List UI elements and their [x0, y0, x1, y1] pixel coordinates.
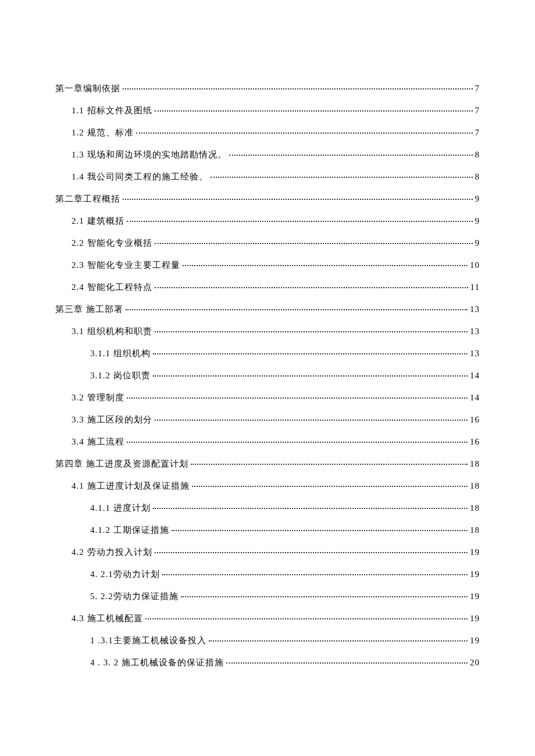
toc-page-number: 13 — [470, 346, 480, 360]
toc-leader-dots — [153, 508, 468, 509]
toc-label: 4.1.2 工期保证措施 — [90, 523, 169, 537]
toc-page-number: 18 — [470, 501, 480, 515]
toc-page-number: 19 — [470, 567, 480, 581]
toc-label: 2.3 智能化专业主要工程量 — [72, 258, 180, 272]
toc-page-number: 20 — [470, 655, 480, 669]
toc-leader-dots — [123, 199, 473, 200]
toc-label: 4.2 劳动力投入计划 — [72, 545, 152, 559]
toc-page-number: 19 — [470, 545, 480, 559]
toc-leader-dots — [191, 464, 468, 465]
toc-entry: 3.4 施工流程16 — [55, 435, 480, 449]
toc-label: 4.3 施工机械配置 — [72, 611, 143, 625]
toc-page-number: 19 — [470, 611, 480, 625]
toc-leader-dots — [183, 265, 468, 266]
toc-label: 3.1 组织机构和职责 — [72, 324, 152, 338]
toc-page-number: 16 — [470, 413, 480, 427]
toc-page-number: 13 — [470, 302, 480, 316]
toc-entry: 4.1.2 工期保证措施18 — [55, 523, 480, 537]
toc-entry: 3.1 组织机构和职责13 — [55, 324, 480, 338]
toc-label: 2.2 智能化专业概括 — [72, 236, 152, 250]
toc-page-number: 8 — [475, 170, 480, 184]
toc-page-number: 9 — [475, 192, 480, 206]
toc-leader-dots — [155, 420, 468, 421]
toc-entry: 第二章工程概括9 — [55, 192, 480, 206]
toc-entry: 3.2 管理制度14 — [55, 390, 480, 404]
toc-label: 1.4 我公司同类工程的施工经验。 — [72, 170, 208, 184]
toc-leader-dots — [153, 353, 468, 354]
toc-entry: 1.4 我公司同类工程的施工经验。8 — [55, 170, 480, 184]
toc-page-number: 9 — [475, 214, 480, 228]
toc-label: 第一章编制依据 — [55, 81, 120, 95]
toc-leader-dots — [192, 486, 468, 487]
toc-entry: 1.1 招标文件及图纸7 — [55, 103, 480, 117]
table-of-contents: 第一章编制依据71.1 招标文件及图纸71.2 规范、标准71.3 现场和周边环… — [55, 81, 480, 669]
toc-entry: 2.1 建筑概括9 — [55, 214, 480, 228]
toc-label: 4.1 施工进度计划及保证措施 — [72, 479, 190, 493]
toc-leader-dots — [155, 331, 468, 332]
toc-page-number: 18 — [470, 457, 480, 471]
toc-leader-dots — [181, 596, 468, 597]
toc-entry: 3.3 施工区段的划分16 — [55, 413, 480, 427]
toc-leader-dots — [209, 640, 468, 642]
toc-label: 3.1.1 组织机构 — [90, 346, 151, 360]
toc-leader-dots — [155, 552, 468, 553]
toc-entry: 第三章 施工部署13 — [55, 302, 480, 316]
toc-page-number: 18 — [470, 479, 480, 493]
toc-page-number: 7 — [475, 103, 480, 117]
toc-label: 1 .3.1主要施工机械设备投入 — [90, 633, 206, 647]
toc-entry: 4 . 3. 2 施工机械设备的保证措施20 — [55, 655, 480, 669]
toc-entry: 第四章 施工进度及资源配置计划18 — [55, 457, 480, 471]
toc-label: 3.1.2 岗位职责 — [90, 368, 151, 382]
toc-page-number: 8 — [475, 148, 480, 162]
toc-entry: 1.2 规范、标准7 — [55, 126, 480, 139]
toc-entry: 4.3 施工机械配置19 — [55, 611, 480, 625]
toc-label: 1.1 招标文件及图纸 — [72, 103, 152, 117]
toc-entry: 4.1 施工进度计划及保证措施18 — [55, 479, 480, 493]
toc-label: 5. 2.2劳动力保证措施 — [90, 589, 179, 603]
toc-entry: 5. 2.2劳动力保证措施19 — [55, 589, 480, 603]
toc-entry: 3.1.1 组织机构13 — [55, 346, 480, 360]
toc-entry: 2.2 智能化专业概括9 — [55, 236, 480, 250]
toc-page-number: 11 — [470, 280, 480, 294]
toc-leader-dots — [127, 221, 473, 222]
toc-leader-dots — [145, 618, 468, 619]
toc-entry: 1.3 现场和周边环境的实地踏勘情况。8 — [55, 148, 480, 162]
toc-entry: 4. 2.1劳动力计划19 — [55, 567, 480, 581]
toc-label: 4 . 3. 2 施工机械设备的保证措施 — [90, 655, 224, 669]
toc-leader-dots — [153, 375, 468, 377]
toc-label: 3.2 管理制度 — [72, 390, 124, 404]
toc-label: 4.1.1 进度计划 — [90, 501, 151, 515]
toc-leader-dots — [155, 110, 473, 112]
toc-leader-dots — [211, 177, 473, 178]
toc-label: 2.1 建筑概括 — [72, 214, 124, 228]
toc-entry: 第一章编制依据7 — [55, 81, 480, 95]
toc-label: 3.4 施工流程 — [72, 435, 124, 449]
toc-leader-dots — [126, 309, 468, 310]
toc-leader-dots — [136, 132, 473, 134]
toc-page-number: 14 — [470, 368, 480, 382]
toc-page-number: 9 — [475, 236, 480, 250]
toc-page-number: 10 — [470, 258, 480, 272]
toc-entry: 3.1.2 岗位职责14 — [55, 368, 480, 382]
toc-leader-dots — [172, 530, 468, 531]
toc-leader-dots — [155, 287, 468, 288]
toc-leader-dots — [127, 397, 468, 399]
toc-label: 2.4 智能化工程特点 — [72, 280, 152, 294]
toc-label: 1.3 现场和周边环境的实地踏勘情况。 — [72, 148, 227, 162]
toc-leader-dots — [162, 574, 468, 575]
toc-entry: 1 .3.1主要施工机械设备投入19 — [55, 633, 480, 647]
toc-label: 3.3 施工区段的划分 — [72, 413, 152, 427]
toc-page-number: 16 — [470, 435, 480, 449]
toc-label: 第四章 施工进度及资源配置计划 — [55, 457, 188, 471]
toc-leader-dots — [123, 88, 473, 89]
toc-entry: 4.1.1 进度计划18 — [55, 501, 480, 515]
toc-label: 1.2 规范、标准 — [72, 126, 134, 139]
toc-page-number: 19 — [470, 633, 480, 647]
toc-page-number: 13 — [470, 324, 480, 338]
toc-page-number: 18 — [470, 523, 480, 537]
toc-leader-dots — [155, 243, 473, 244]
toc-entry: 4.2 劳动力投入计划19 — [55, 545, 480, 559]
toc-page-number: 19 — [470, 589, 480, 603]
toc-leader-dots — [229, 155, 473, 156]
toc-entry: 2.4 智能化工程特点11 — [55, 280, 480, 294]
